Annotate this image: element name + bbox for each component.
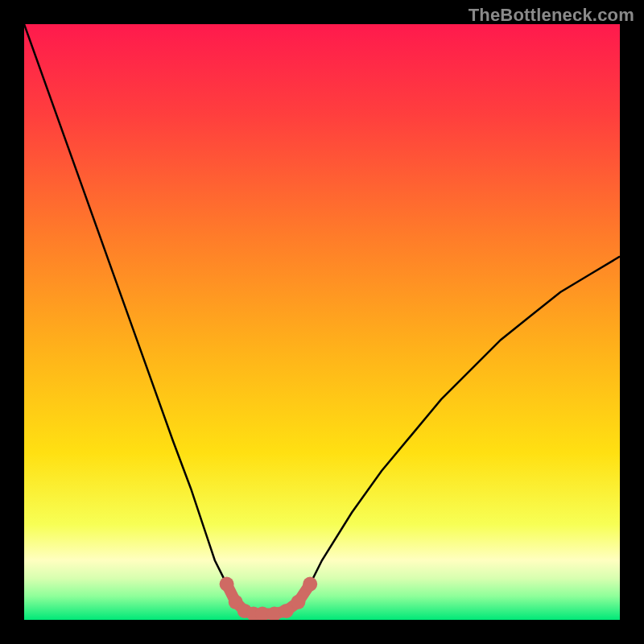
highlight-dot: [220, 577, 234, 592]
highlight-dots: [220, 577, 318, 620]
curve-layer: [24, 24, 620, 620]
chart-frame: TheBottleneck.com: [0, 0, 644, 644]
plot-area: [24, 24, 620, 620]
highlight-dot: [291, 595, 305, 609]
bottleneck-curve: [24, 24, 620, 614]
watermark-text: TheBottleneck.com: [469, 5, 634, 26]
highlight-dot: [279, 604, 294, 618]
highlight-dot: [303, 577, 317, 592]
